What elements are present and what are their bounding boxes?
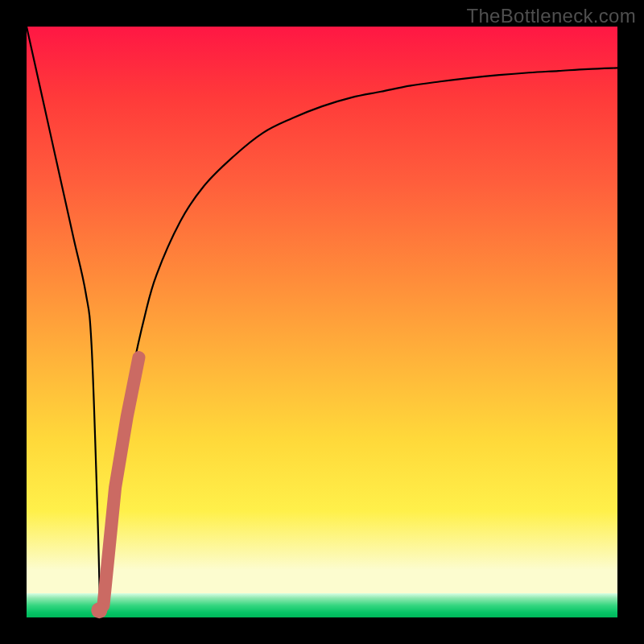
- chart-frame: TheBottleneck.com: [0, 0, 644, 644]
- marker-segment-path: [103, 357, 138, 605]
- chart-plot-area: [27, 27, 617, 617]
- marker-dot-circle: [91, 602, 107, 618]
- marker-segment: [103, 357, 138, 605]
- chart-svg: [27, 27, 617, 617]
- watermark-text: TheBottleneck.com: [466, 5, 636, 27]
- marker-dot: [91, 602, 107, 618]
